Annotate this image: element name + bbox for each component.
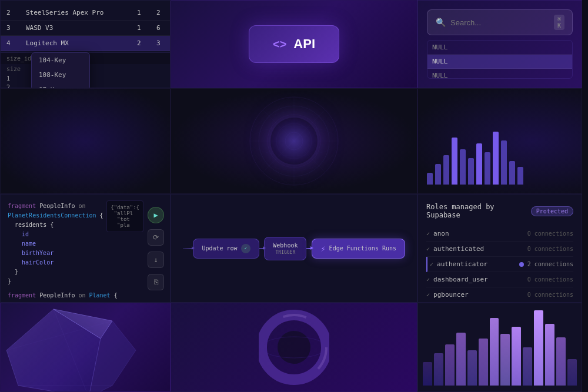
role-check-pgbouncer: ✓	[426, 292, 430, 298]
crystal-svg	[0, 303, 148, 392]
code-toolbar: ▶ ⟳ ↓ ⎘	[148, 207, 164, 290]
role-connections-authenticator: 2 connections	[527, 261, 573, 267]
api-cell: <> API	[171, 0, 417, 88]
roles-header: Roles managed by Supabase Protected	[426, 203, 573, 219]
api-button[interactable]: <> API	[249, 25, 339, 63]
role-check-authenticator: ✓	[430, 261, 433, 267]
chart-bar-2	[435, 164, 441, 185]
sphere-cell	[171, 88, 417, 194]
pipeline-node-trigger-label: TRIGGER	[276, 250, 296, 255]
size-dropdown[interactable]: 104-Key 108-Key 87-Key 88-Key	[31, 52, 90, 88]
pipeline-node-edge-label: Edge Functions Runs	[329, 245, 396, 252]
large-bar-9	[512, 327, 521, 386]
code-tool-btn-2[interactable]: ↓	[148, 252, 164, 268]
arrow-1	[263, 246, 266, 250]
large-bar-14	[567, 359, 577, 386]
dropdown-item-104[interactable]: 104-Key	[32, 53, 89, 68]
table-row[interactable]: 2 SteelSeries Apex Pro 1 2	[1, 5, 170, 21]
role-row-authenticated[interactable]: ✓ authenticated 0 connections	[426, 242, 573, 257]
arrow-0	[192, 246, 195, 250]
pipeline-line-2	[306, 248, 312, 249]
chart-bar-9	[493, 132, 499, 185]
chart-bar-7	[476, 143, 482, 185]
role-row-authenticator[interactable]: ✓ authenticator 2 connections	[426, 257, 573, 272]
role-check-anon: ✓	[426, 230, 430, 237]
pipeline-node-edge-functions[interactable]: ⚡ Edge Functions Runs	[312, 239, 405, 259]
svg-point-22	[278, 331, 310, 364]
node-badge-check: ✓	[241, 244, 250, 253]
table-row[interactable]: 3 WASD V3 1 6	[1, 21, 170, 36]
pipeline-node-webhook[interactable]: Webhook TRIGGER	[264, 237, 306, 260]
large-bar-6	[479, 339, 488, 386]
table-cell: 2 SteelSeries Apex Pro 1 2 3 WASD V3 1 6…	[0, 0, 171, 88]
role-name-dashboard: dashboard_user	[433, 276, 488, 283]
pipeline-line-0	[183, 248, 193, 249]
pipeline-node-update[interactable]: Update row ✓	[193, 239, 259, 259]
code-tool-btn-3[interactable]: ⎘	[148, 274, 164, 290]
search-input[interactable]	[450, 18, 549, 27]
code-editor-cell[interactable]: fragment PeopleInfo on PlanetResidentsCo…	[0, 194, 171, 303]
code-line-8: }	[8, 277, 133, 286]
role-dot-authenticator	[519, 262, 524, 267]
large-bar-12	[545, 324, 554, 386]
crystal-cell	[0, 303, 171, 392]
bar-chart	[427, 114, 573, 185]
role-connections-dashboard: 0 connections	[527, 276, 573, 283]
code-line-5: birthYear	[8, 249, 133, 258]
table-row-selected[interactable]: 4 Logitech MX 2 3	[1, 36, 170, 51]
dropdown-item-108[interactable]: 108-Key	[32, 68, 89, 82]
pipeline-cell: Update row ✓ Webhook TRIGGER ⚡ Edge Func…	[171, 194, 417, 303]
code-tool-btn-1[interactable]: ⟳	[148, 229, 164, 246]
gradient-cell-left	[0, 88, 171, 194]
role-check-authenticated: ✓	[426, 246, 430, 252]
sphere-glow	[270, 118, 318, 165]
large-bar-8	[500, 334, 510, 386]
main-grid: 2 SteelSeries Apex Pro 1 2 3 WASD V3 1 6…	[0, 0, 588, 392]
pipeline-line-1	[259, 248, 265, 249]
large-bar-2	[434, 353, 443, 386]
chart-bar-12	[517, 167, 523, 185]
api-code-icon: <>	[273, 38, 286, 51]
role-row-anon[interactable]: ✓ anon 0 connections	[426, 226, 573, 242]
large-bar-7	[490, 318, 499, 386]
role-connections-authenticated: 0 connections	[527, 246, 573, 252]
chart-bar-3	[443, 155, 449, 185]
bar-chart-cell	[417, 88, 582, 194]
dropdown-item-87[interactable]: 87-Key	[32, 82, 89, 88]
code-line-4: name	[8, 239, 133, 249]
large-bar-3	[445, 344, 455, 386]
pipeline-node-update-label: Update row	[202, 245, 237, 252]
chart-bar-5	[460, 149, 466, 185]
roles-panel-cell: Roles managed by Supabase Protected ✓ an…	[417, 194, 582, 303]
role-row-dashboard-user[interactable]: ✓ dashboard_user 0 connections	[426, 272, 573, 287]
large-bar-5	[467, 350, 477, 386]
null-table: NULL NULL NULL NULL...	[427, 40, 573, 79]
chart-bar-11	[509, 161, 515, 185]
edge-functions-icon: ⚡	[320, 244, 325, 253]
role-row-pgbouncer[interactable]: ✓ pgbouncer 0 connections	[426, 287, 573, 302]
role-name-pgbouncer: pgbouncer	[433, 291, 469, 299]
roles-badge: Protected	[531, 206, 573, 216]
search-kbd: ⌘ K	[554, 15, 564, 30]
keyboard-table: 2 SteelSeries Apex Pro 1 2 3 WASD V3 1 6…	[1, 5, 170, 51]
chart-bar-1	[427, 173, 433, 185]
roles-title: Roles managed by Supabase	[426, 203, 525, 219]
null-row-highlight: NULL	[427, 55, 572, 69]
large-bar-chart	[423, 309, 577, 386]
arrow-2	[310, 246, 313, 250]
chart-bar-10	[501, 140, 507, 185]
search-bar[interactable]: 🔍 ⌘ K	[427, 9, 573, 35]
code-play-button[interactable]: ▶	[148, 207, 164, 223]
large-bar-10	[523, 347, 532, 386]
search-null-cell: 🔍 ⌘ K NULL NULL NULL NULL...	[417, 0, 582, 88]
torus-svg	[259, 306, 329, 388]
chart-bar-6	[468, 158, 474, 185]
sphere-container	[247, 94, 341, 188]
large-bar-4	[456, 333, 466, 386]
large-bar-1	[423, 362, 432, 386]
pipeline-flow: Update row ✓ Webhook TRIGGER ⚡ Edge Func…	[183, 237, 405, 260]
null-row: NULL	[427, 69, 572, 79]
large-bar-11	[534, 310, 543, 386]
code-output: {"data":{ "allPl "tot "pla	[106, 200, 143, 232]
role-name-authenticated: authenticated	[433, 245, 484, 253]
